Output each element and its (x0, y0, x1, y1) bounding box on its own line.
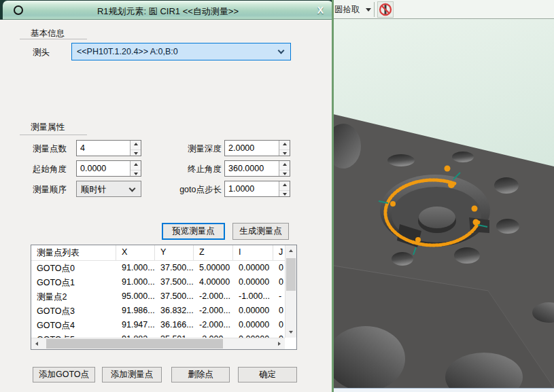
table-header-row: 测量点列表XYZIJ (31, 245, 285, 261)
horizontal-scrollbar[interactable] (31, 338, 285, 349)
spin-up-icon[interactable] (131, 143, 141, 150)
section-measure-props: 测量属性 (31, 122, 65, 133)
table-header-cell[interactable]: J (273, 245, 285, 260)
dropdown-arrow-icon (366, 8, 371, 12)
viewport-toolbar: 圆拾取 (334, 0, 554, 19)
goto-step-label: goto点步长 (156, 184, 222, 196)
goto-step-input[interactable]: 1.0000 (224, 181, 290, 197)
scroll-up-icon[interactable] (285, 245, 296, 256)
dialog-title: R1规划元素: 圆 CIR1 <<自动测量>> (3, 5, 333, 18)
table-header-cell[interactable]: Z (194, 245, 233, 260)
section-divider (20, 135, 87, 135)
table-cell: 37.500... (155, 275, 194, 289)
vertical-scrollbar[interactable] (285, 245, 296, 338)
spin-up-icon[interactable] (279, 143, 290, 150)
probe-select-value: <<PH10T.1.20.4>> A:0,B:0 (77, 47, 178, 56)
start-angle-label: 起始角度 (33, 164, 67, 175)
table-cell: -2.000... (194, 318, 233, 332)
hole (494, 177, 519, 194)
start-angle-input[interactable]: 0.0000 (76, 160, 141, 177)
spin-down-icon[interactable] (279, 173, 290, 180)
table-cell: 91.986... (116, 304, 155, 318)
spinner (279, 181, 290, 196)
order-value: 顺时针 (81, 184, 107, 196)
table-cell: GOTO点3 (31, 304, 116, 318)
spin-up-icon[interactable] (279, 163, 290, 171)
spin-up-icon[interactable] (279, 183, 290, 191)
table-header-cell[interactable]: X (116, 245, 155, 260)
dialog-titlebar[interactable]: R1规划元素: 圆 CIR1 <<自动测量>> X (3, 1, 333, 20)
table-cell: GOTO点0 (31, 261, 116, 275)
viewport-3d[interactable] (334, 19, 554, 388)
table-cell: 91.000... (116, 275, 155, 289)
spin-down-icon[interactable] (131, 152, 141, 160)
table-cell: 0.00000 (233, 275, 273, 289)
table-cell: 0 (273, 304, 285, 318)
order-label: 测量顺序 (33, 184, 67, 196)
scrollbar-thumb[interactable] (286, 258, 296, 291)
delete-point-button[interactable]: 删除点 (171, 367, 230, 382)
table-row[interactable]: GOTO点091.000...37.500...5.000000.000000 (31, 261, 285, 275)
depth-value: 2.0000 (228, 143, 254, 153)
scrollbar-thumb[interactable] (46, 339, 223, 349)
table-cell: 5.00000 (194, 261, 233, 275)
table-header-cell[interactable]: Y (155, 245, 194, 260)
point-count-label: 测量点数 (33, 143, 67, 155)
hole (392, 252, 413, 266)
close-icon[interactable]: X (317, 5, 324, 16)
circle-pick-label: 圆拾取 (334, 4, 360, 16)
goto-step-value: 1.0000 (228, 184, 254, 194)
table-cell: 0 (273, 261, 285, 275)
table-cell: 0.00000 (233, 304, 273, 318)
scroll-left-icon[interactable] (31, 338, 42, 349)
spinner (130, 161, 141, 176)
circle-pick-dropdown[interactable]: 圆拾取 (334, 2, 371, 17)
table-row[interactable]: GOTO点191.000...37.500...4.000000.000000 (31, 275, 285, 289)
add-measure-button[interactable]: 添加测量点 (102, 367, 162, 382)
table-row[interactable]: GOTO点391.986...36.832...-2.000...0.00000… (31, 304, 285, 318)
goto-point-marker (448, 181, 455, 188)
goto-point-marker (390, 201, 396, 207)
stop-pick-button[interactable] (377, 1, 394, 18)
probe-select[interactable]: <<PH10T.1.20.4>> A:0,B:0 (71, 43, 291, 60)
depth-input[interactable]: 2.0000 (224, 140, 290, 156)
table-cell: 36.832... (155, 304, 194, 318)
table-cell: 95.000... (116, 289, 155, 304)
table-row[interactable]: GOTO点491.947...36.166...-2.000...0.00000… (31, 318, 285, 332)
table-cell: 91.947... (116, 318, 155, 332)
goto-point-marker (445, 166, 451, 172)
table-cell: 0.00000 (233, 318, 273, 332)
table-cell: -1.000... (233, 289, 273, 304)
table-cell: 37.500... (155, 289, 194, 304)
table-row[interactable]: 测量点295.000...37.500...-2.000...-1.000...… (31, 289, 285, 304)
scroll-down-icon[interactable] (285, 327, 296, 338)
table-cell: GOTO点1 (31, 275, 116, 289)
table-cell: 0 (273, 318, 285, 332)
spin-up-icon[interactable] (131, 163, 141, 171)
boss (419, 207, 455, 228)
spin-down-icon[interactable] (279, 152, 290, 160)
order-select[interactable]: 顺时针 (76, 181, 141, 197)
no-probe-icon (378, 2, 393, 17)
depth-label: 测量深度 (156, 143, 222, 155)
end-angle-label: 终止角度 (156, 164, 222, 175)
ok-button[interactable]: 确定 (238, 367, 297, 382)
table-cell: 4.00000 (194, 275, 233, 289)
table-cell: 0 (273, 275, 285, 289)
generate-points-button[interactable]: 生成测量点 (232, 223, 289, 240)
chevron-down-icon (129, 185, 136, 192)
table-cell: GOTO点4 (31, 318, 116, 332)
end-angle-input[interactable]: 360.0000 (224, 160, 290, 177)
table-cell: 测量点2 (31, 289, 116, 304)
spin-down-icon[interactable] (131, 173, 141, 180)
table-header-cell[interactable]: I (233, 245, 273, 260)
spin-down-icon[interactable] (279, 193, 290, 200)
add-goto-button[interactable]: 添加GOTO点 (33, 367, 95, 382)
table-header-cell[interactable]: 测量点列表 (31, 245, 116, 260)
scroll-right-icon[interactable] (274, 338, 285, 349)
preview-points-button[interactable]: 预览测量点 (162, 223, 225, 240)
hole (387, 154, 415, 166)
table-cell: 91.000... (116, 261, 155, 275)
point-count-input[interactable]: 4 (76, 140, 141, 156)
application-window: R1规划元素: 圆 CIR1 <<自动测量>> X 基本信息 测头 <<PH10… (0, 0, 554, 392)
